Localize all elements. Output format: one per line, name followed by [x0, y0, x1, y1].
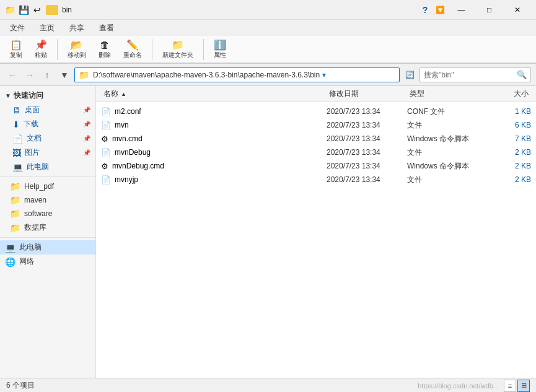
path-folder-icon: 📁: [79, 70, 89, 80]
minimize-button[interactable]: —: [447, 0, 475, 20]
paste-icon: 📌: [35, 39, 47, 51]
downloads-icon: ⬇: [12, 120, 20, 129]
properties-button[interactable]: ℹ️ 属性: [209, 38, 231, 61]
save-icon: 💾: [19, 5, 29, 15]
file-type: 文件: [407, 120, 488, 131]
status-bar: 6 个项目 https://blog.csdn.net/wdb... ≡ ⊞: [0, 378, 536, 392]
sidebar-item-downloads[interactable]: ⬇ 下载 📌: [0, 117, 95, 131]
rename-icon: ✏️: [126, 39, 139, 51]
address-bar: ← → ↑ ▼ 📁 D:\software\maven\apache-maven…: [0, 64, 536, 86]
file-name: mvnDebug.cmd: [112, 162, 327, 170]
move-button[interactable]: 📂 移动到: [63, 38, 91, 61]
new-folder-button[interactable]: 📁 新建文件夹: [157, 38, 198, 61]
file-size: 7 KB: [488, 134, 531, 143]
file-icon: 📄: [101, 175, 111, 185]
up-button[interactable]: ↑: [40, 68, 55, 82]
table-row[interactable]: 📄 mvnyjp 2020/7/23 13:34 文件 2 KB: [96, 173, 536, 186]
copy-button[interactable]: 📋 复制: [5, 38, 27, 61]
sidebar-this-pc[interactable]: 💻 此电脑: [0, 240, 95, 255]
file-date: 2020/7/23 13:34: [327, 148, 407, 157]
sidebar-item-this-pc-quick[interactable]: 💻 此电脑: [0, 160, 95, 174]
ribbon-bar: 📋 复制 📌 粘贴 📂 移动到 🗑 删除 ✏️ 重命名 📁 新建文件夹 ℹ️ 属…: [0, 36, 536, 63]
documents-label: 文档: [27, 133, 42, 144]
expand-button[interactable]: 🔽: [433, 2, 447, 17]
folder-help-icon: 📁: [10, 181, 20, 191]
file-name: mvn.cmd: [112, 134, 327, 143]
maximize-button[interactable]: □: [475, 0, 503, 20]
main-content: ▼ 快速访问 🖥 桌面 📌 ⬇ 下载 📌 📄 文档 📌 🖼 图片 �: [0, 86, 536, 378]
rename-button[interactable]: ✏️ 重命名: [118, 38, 147, 61]
table-row[interactable]: 📄 mvnDebug 2020/7/23 13:34 文件 2 KB: [96, 146, 536, 159]
sidebar-folder-help[interactable]: 📁 Help_pdf: [0, 180, 95, 193]
search-box[interactable]: 🔍: [420, 68, 531, 82]
file-type: Windows 命令脚本: [407, 134, 488, 144]
tab-share[interactable]: 共享: [62, 20, 92, 36]
folder-db-icon: 📁: [10, 223, 20, 233]
this-pc-label-quick: 此电脑: [27, 162, 49, 172]
sidebar-folder-db[interactable]: 📁 数据库: [0, 220, 95, 235]
column-header-type[interactable]: 类型: [407, 89, 488, 99]
file-icon: 📄: [101, 107, 111, 116]
downloads-label: 下载: [24, 119, 38, 129]
column-header-name[interactable]: 名称 ▲: [101, 89, 327, 99]
folder-maven-label: maven: [24, 196, 46, 204]
table-row[interactable]: 📄 m2.conf 2020/7/23 13:34 CONF 文件 1 KB: [96, 105, 536, 118]
move-icon: 📂: [71, 39, 83, 51]
status-right: https://blog.csdn.net/wdb... ≡ ⊞: [418, 380, 530, 392]
sidebar-network[interactable]: 🌐 网络: [0, 255, 95, 269]
sidebar-item-documents[interactable]: 📄 文档 📌: [0, 131, 95, 146]
column-header-date[interactable]: 修改日期: [327, 89, 407, 99]
new-folder-icon: 📁: [172, 39, 184, 51]
file-date: 2020/7/23 13:34: [327, 121, 407, 129]
pictures-label: 图片: [25, 147, 40, 158]
tab-file[interactable]: 文件: [2, 20, 32, 36]
folder-software-icon: 📁: [10, 209, 20, 219]
view-icons: ≡ ⊞: [504, 380, 530, 392]
watermark: https://blog.csdn.net/wdb...: [418, 382, 499, 390]
sidebar-divider-1: [0, 176, 95, 177]
close-button[interactable]: ✕: [503, 0, 531, 20]
file-icon: 📄: [101, 121, 111, 130]
view-details-button[interactable]: ≡: [504, 380, 516, 392]
file-name: m2.conf: [115, 107, 327, 116]
folder-db-label: 数据库: [24, 222, 46, 233]
file-size: 6 KB: [488, 121, 531, 129]
column-header-size[interactable]: 大小: [488, 89, 531, 99]
item-count: 6 个项目: [6, 380, 35, 391]
file-size: 2 KB: [488, 175, 531, 184]
pin-icon-2: 📌: [83, 121, 90, 128]
ribbon: 文件 主页 共享 查看 📋 复制 📌 粘贴 📂 移动到 🗑 删除 ✏️ 重命名 …: [0, 20, 536, 64]
file-list-header: 名称 ▲ 修改日期 类型 大小: [96, 86, 536, 102]
path-dropdown-arrow: ▾: [322, 71, 326, 79]
sidebar-item-pictures[interactable]: 🖼 图片 📌: [0, 146, 95, 160]
file-icon: ⚙: [101, 162, 108, 171]
sidebar-item-desktop[interactable]: 🖥 桌面 📌: [0, 103, 95, 117]
tab-view[interactable]: 查看: [92, 20, 121, 36]
table-row[interactable]: ⚙ mvn.cmd 2020/7/23 13:34 Windows 命令脚本 7…: [96, 132, 536, 146]
dropdown-button[interactable]: ▼: [57, 68, 72, 82]
file-list: 📄 m2.conf 2020/7/23 13:34 CONF 文件 1 KB 📄…: [96, 102, 536, 378]
back-button[interactable]: ←: [5, 68, 20, 82]
delete-button[interactable]: 🗑 删除: [94, 38, 116, 61]
table-row[interactable]: 📄 mvn 2020/7/23 13:34 文件 6 KB: [96, 118, 536, 132]
copy-icon: 📋: [10, 39, 22, 51]
quick-access-header[interactable]: ▼ 快速访问: [0, 89, 95, 103]
table-row[interactable]: ⚙ mvnDebug.cmd 2020/7/23 13:34 Windows 命…: [96, 159, 536, 173]
pin-icon-3: 📌: [83, 135, 90, 142]
tab-home[interactable]: 主页: [32, 20, 62, 36]
paste-button[interactable]: 📌 粘贴: [30, 38, 52, 61]
address-path[interactable]: 📁 D:\software\maven\apache-maven-3.6.3-b…: [74, 68, 400, 82]
forward-button[interactable]: →: [22, 68, 37, 82]
refresh-button[interactable]: 🔄: [402, 68, 417, 82]
ribbon-divider-3: [203, 39, 204, 60]
file-name: mvnyjp: [115, 175, 327, 184]
app-icon: 📁: [5, 5, 15, 15]
help-button[interactable]: ?: [418, 2, 433, 17]
this-pc-label: 此电脑: [19, 242, 42, 253]
file-date: 2020/7/23 13:34: [327, 134, 407, 143]
file-icon: ⚙: [101, 134, 108, 144]
sidebar-folder-software[interactable]: 📁 software: [0, 207, 95, 220]
search-input[interactable]: [424, 71, 514, 79]
view-large-button[interactable]: ⊞: [517, 380, 530, 392]
sidebar-folder-maven[interactable]: 📁 maven: [0, 193, 95, 207]
